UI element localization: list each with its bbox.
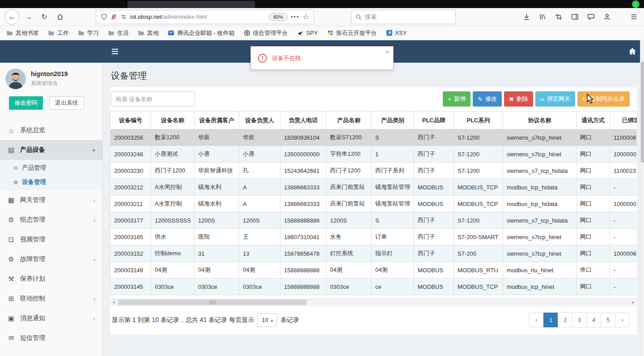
table-cell[interactable]: S7-1200 [454, 146, 503, 163]
browser-tab[interactable] [127, 1, 255, 8]
column-header[interactable]: 协议名称 [503, 112, 576, 129]
table-row[interactable]: 200003212A水闸控制镇海水利A13886663333庶来门前泵站镇海泵站… [110, 179, 637, 196]
table-cell[interactable]: 18390936104 [280, 129, 326, 146]
table-cell[interactable]: S [372, 129, 414, 146]
bookmark-item[interactable]: SPY [297, 30, 318, 36]
table-cell[interactable]: 200003152 [110, 245, 151, 262]
table-row[interactable]: 200003230西门子1200华辰智通科技孔15243642681西门子120… [110, 163, 637, 179]
prev-page-button[interactable]: ‹ [529, 313, 544, 327]
page-button-4[interactable]: 4 [586, 313, 601, 327]
table-cell[interactable]: 0303ce [195, 279, 239, 295]
download-icon[interactable] [523, 13, 530, 21]
sidebar-item-product-device[interactable]: ▤产品设备▾ [0, 140, 102, 160]
bookmark-item[interactable]: 生活 [108, 29, 129, 37]
table-cell[interactable]: 西门子 [414, 212, 454, 229]
table-cell[interactable]: S7-1200 [454, 212, 503, 229]
table-row[interactable]: 2000031450303ce0303ce0303ce1588888888803… [110, 279, 637, 295]
home-button[interactable] [53, 10, 67, 24]
avatar[interactable] [5, 69, 26, 89]
table-row[interactable]: 20000314904测04测04测1588888888804测04测MODBU… [110, 262, 637, 279]
column-header[interactable]: 已绑定网关 [610, 112, 637, 129]
table-cell[interactable]: 镇海水利 [195, 196, 239, 212]
bookmark-item[interactable]: 其他 [138, 29, 159, 37]
table-cell[interactable]: 西门子 [414, 163, 454, 179]
table-cell[interactable]: MODBUS_RTU [454, 262, 503, 279]
table-cell[interactable]: 西门子系列 [372, 163, 414, 179]
table-cell[interactable]: 庶来门前泵站 [326, 179, 372, 196]
table-cell[interactable]: 水务 [326, 229, 372, 245]
table-cell[interactable]: S7-200 [454, 245, 503, 262]
sidebar-item-gateway-mgmt[interactable]: ▦网关管理‹ [0, 190, 102, 210]
next-page-button[interactable]: › [615, 313, 630, 327]
messages-icon[interactable] [587, 13, 595, 21]
table-cell[interactable]: 字符串1200 [326, 146, 372, 163]
table-cell[interactable]: S [372, 212, 414, 229]
table-cell[interactable]: 1000006 [610, 245, 637, 262]
table-cell[interactable]: MODBUS [414, 279, 454, 295]
device-search-input[interactable] [111, 91, 195, 107]
table-cell[interactable]: siemens_s7tcp_hinet [503, 129, 576, 146]
table-cell[interactable]: modbus_rtu_hinet [503, 262, 576, 279]
table-cell[interactable]: siemens_s7_tcp_hidata [503, 163, 576, 179]
logout-button[interactable]: 退出系统 [49, 96, 84, 110]
sidebar-item-sms-mgmt[interactable]: ✉短信管理 [0, 328, 102, 348]
table-cell[interactable]: - [610, 262, 637, 279]
table-cell[interactable]: 1200SSSSSS [151, 212, 195, 229]
sidebar-item-linkage-control[interactable]: ⊞联动控制‹ [0, 289, 102, 309]
sidebar-collapse-icon[interactable] [111, 47, 119, 56]
table-cell[interactable]: 15243642681 [280, 163, 326, 179]
table-cell[interactable]: 西门子 [414, 129, 454, 146]
bind-gateway-button[interactable]: ∞绑定网关 [535, 91, 575, 107]
table-cell[interactable]: 西门子1200 [326, 163, 372, 179]
column-header[interactable]: 设备编号 [110, 112, 151, 129]
url-bar[interactable]: iot.idosp.net/admin/index.html 80% ••• ☆ [96, 10, 314, 24]
column-header[interactable]: 设备所属客户 [195, 112, 239, 129]
column-header[interactable]: PLC系列 [454, 112, 503, 129]
table-cell[interactable]: 1 [372, 146, 414, 163]
table-cell[interactable]: 网口 [576, 212, 610, 229]
bookmark-item[interactable]: 其他书签 [6, 29, 39, 37]
sidebar-subitem-device-mgmt[interactable]: ⊙设备管理 [0, 175, 102, 189]
copy-sync-table-button[interactable]: ↻复制同步点表 [577, 91, 630, 107]
table-cell[interactable]: S7-200-SMART [454, 229, 503, 245]
table-cell[interactable]: A [239, 196, 280, 212]
table-cell[interactable]: 小唐测试 [151, 146, 195, 163]
horizontal-scrollbar[interactable]: ◂ ▸ [111, 299, 636, 306]
table-cell[interactable]: 王 [239, 229, 280, 245]
table-cell[interactable]: - [610, 229, 637, 245]
table-cell[interactable]: 15878656478 [280, 245, 326, 262]
page-size-dropdown[interactable]: 10 ▴ [257, 313, 277, 327]
table-cell[interactable]: 灯控系统 [326, 245, 372, 262]
table-cell[interactable]: 镇海泵站管理 [372, 179, 414, 196]
table-cell[interactable]: siemens_s7_tcp_hidata [503, 212, 576, 229]
sidebar-toggle-icon[interactable] [571, 13, 579, 21]
alert-close-icon[interactable]: × [386, 48, 390, 56]
sidebar-item-message-notify[interactable]: ▣消息通知‹ [0, 309, 102, 328]
sidebar-item-fault-mgmt[interactable]: ⚙故障管理‹ [0, 249, 102, 269]
table-cell[interactable]: 网口 [576, 196, 610, 212]
delete-button[interactable]: ✖删除 [504, 91, 533, 107]
table-cell[interactable]: 网口 [576, 146, 610, 163]
reload-button[interactable]: ↻ [38, 10, 51, 24]
table-cell[interactable]: A水闸控制 [151, 179, 195, 196]
column-header[interactable]: PLC品牌 [414, 112, 454, 129]
table-cell[interactable]: 200003230 [110, 163, 151, 179]
table-cell[interactable]: 200003165 [110, 229, 151, 245]
table-cell[interactable]: MODBUS [414, 196, 454, 212]
column-header[interactable]: 产品名称 [326, 112, 372, 129]
table-cell[interactable]: 15888888888 [280, 212, 326, 229]
sidebar-item-config-mgmt[interactable]: ⚙组态管理‹ [0, 210, 102, 230]
bookmark-item[interactable]: XSY [386, 30, 407, 36]
page-scrollbar-thumb[interactable] [641, 62, 644, 163]
table-cell[interactable]: 医院 [195, 229, 239, 245]
table-cell[interactable]: 指示灯 [372, 245, 414, 262]
table-cell[interactable]: 15888888888 [280, 262, 326, 279]
column-header[interactable]: 设备名称 [151, 112, 195, 129]
table-cell[interactable]: 1000000 [610, 196, 637, 212]
column-header[interactable]: 通讯方式 [576, 112, 610, 129]
table-cell[interactable]: - [610, 179, 637, 196]
table-row[interactable]: 200003248小唐测试小唐小唐13500000000字符串12001西门子S… [110, 146, 637, 163]
table-cell[interactable]: 31 [195, 245, 239, 262]
table-row[interactable]: 200003256数采1200华辰华辰18390936104数采S71200S西… [110, 129, 637, 146]
table-cell[interactable]: S7-1200 [454, 129, 503, 146]
